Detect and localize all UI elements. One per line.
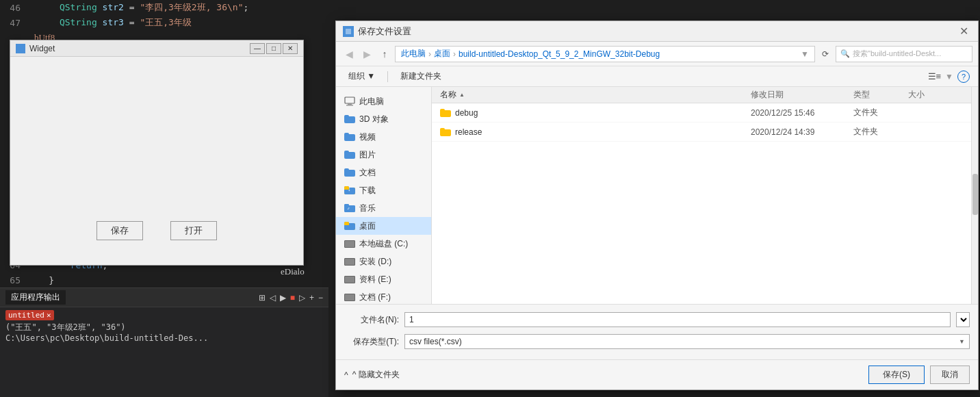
dialog-main: 此电脑 3D 对象 视频 图片 文档 ↓ <box>336 87 978 304</box>
widget-save-button[interactable]: 保存 <box>96 221 143 240</box>
widget-window: Widget — □ ✕ 保存 打开 <box>10 40 304 266</box>
search-icon: 🔍 <box>840 49 850 58</box>
dialog-cancel-button[interactable]: 取消 <box>930 366 970 384</box>
path-pc[interactable]: 此电脑 <box>401 48 426 60</box>
filename-input[interactable] <box>404 312 951 327</box>
widget-close-btn[interactable]: ✕ <box>283 43 298 54</box>
sidebar-install-d-label: 安装 (D:) <box>359 256 391 268</box>
dialog-footer: ^ ^ 隐藏文件夹 保存(S) 取消 <box>336 359 978 389</box>
drive-e-icon <box>344 276 355 283</box>
col-type-header[interactable]: 类型 <box>853 89 908 101</box>
widget-body: 保存 打开 <box>10 57 303 254</box>
sidebar-item-doc-f[interactable]: 文档 (F:) <box>336 288 431 304</box>
app-output-tab[interactable]: 应用程序输出 <box>5 290 66 305</box>
sidebar-music-label: 音乐 <box>359 203 376 214</box>
toolbar-row: 组织 ▼ 新建文件夹 ☰≡ ▼ ? <box>336 66 978 87</box>
code-line-65: 65 } <box>0 272 328 287</box>
filename-dropdown[interactable] <box>956 312 970 327</box>
sidebar-item-picture[interactable]: 图片 <box>336 146 431 164</box>
widget-open-button[interactable]: 打开 <box>170 221 217 240</box>
panel-icon-5[interactable]: ▷ <box>299 293 305 303</box>
path-folder[interactable]: build-untitled-Desktop_Qt_5_9_2_MinGW_32… <box>459 49 660 59</box>
sidebar-item-3d[interactable]: 3D 对象 <box>336 110 431 128</box>
search-placeholder: 搜索"build-untitled-Deskt... <box>853 49 941 59</box>
folder-desktop-icon <box>344 222 355 230</box>
scrollbar-thumb[interactable] <box>972 174 978 215</box>
sidebar: 此电脑 3D 对象 视频 图片 文档 ↓ <box>336 87 432 304</box>
sidebar-item-install-d[interactable]: 安装 (D:) <box>336 253 431 270</box>
toolbar-separator <box>387 71 388 82</box>
panel-icon-4[interactable]: ■ <box>290 293 295 303</box>
panel-icon-7[interactable]: − <box>318 293 323 303</box>
output-line1: ("王五", "3年级2班", "36") <box>5 322 323 333</box>
hide-folders-btn[interactable]: ^ ^ 隐藏文件夹 <box>344 369 400 381</box>
panel-icon-2[interactable]: ◁ <box>270 293 276 303</box>
close-badge-icon[interactable]: ✕ <box>47 311 51 320</box>
sidebar-local-c-label: 本地磁盘 (C:) <box>359 238 408 250</box>
panel-icon-1[interactable]: ⊞ <box>259 293 266 303</box>
sidebar-item-doc[interactable]: 文档 <box>336 164 431 181</box>
col-size-header[interactable]: 大小 <box>908 89 963 101</box>
folder-music-icon: ♪ <box>344 204 355 212</box>
panel-icon-6[interactable]: + <box>309 293 314 303</box>
panel-icon-3[interactable]: ▶ <box>280 293 286 303</box>
nav-back-btn[interactable]: ◀ <box>341 47 357 62</box>
dialog-app-icon <box>343 26 354 37</box>
nav-refresh-btn[interactable]: ⟳ <box>818 47 833 62</box>
sidebar-download-label: 下载 <box>359 185 376 196</box>
col-date-header[interactable]: 修改日期 <box>751 89 853 101</box>
filetype-row: 保存类型(T): csv files(*.csv) ▼ <box>344 332 970 351</box>
file-name-release: release <box>440 127 751 137</box>
sidebar-item-data-e[interactable]: 资料 (E:) <box>336 270 431 288</box>
svg-rect-4 <box>346 105 353 106</box>
sort-arrow: ▲ <box>459 92 465 98</box>
sidebar-item-pc[interactable]: 此电脑 <box>336 92 431 110</box>
sidebar-item-music[interactable]: ♪ 音乐 <box>336 199 431 217</box>
filetype-arrow-icon: ▼ <box>959 338 965 345</box>
folder-3d-icon <box>344 115 355 123</box>
sidebar-data-e-label: 资料 (E:) <box>359 274 391 285</box>
file-row-release[interactable]: release 2020/12/24 14:39 文件夹 <box>432 123 971 142</box>
sidebar-3d-label: 3D 对象 <box>359 114 389 125</box>
bottom-panel: 应用程序输出 ⊞ ◁ ▶ ■ ▷ + − untitled ✕ ("王五", "… <box>0 287 328 397</box>
dialog-close-btn[interactable]: ✕ <box>957 25 971 38</box>
widget-maximize-btn[interactable]: □ <box>266 43 281 54</box>
sidebar-doc-label: 文档 <box>359 167 376 179</box>
nav-up-btn[interactable]: ↑ <box>377 47 392 62</box>
view-toggle-btn[interactable]: ☰≡ <box>928 71 942 81</box>
widget-minimize-btn[interactable]: — <box>250 43 265 54</box>
nav-bar: ◀ ▶ ↑ 此电脑 › 桌面 › build-untitled-Desktop_… <box>336 42 978 66</box>
file-row-debug[interactable]: debug 2020/12/25 15:46 文件夹 <box>432 103 971 123</box>
panel-content: untitled ✕ ("王五", "3年级2班", "36") C:\User… <box>0 307 328 346</box>
help-btn[interactable]: ? <box>957 71 970 83</box>
filename-row: 文件名(N): <box>344 310 970 329</box>
pc-icon <box>344 97 355 106</box>
new-folder-btn[interactable]: 新建文件夹 <box>396 69 446 84</box>
untitled-badge: untitled ✕ <box>5 310 54 320</box>
widget-title: Widget <box>29 44 248 53</box>
file-scrollbar[interactable] <box>971 87 978 304</box>
widget-titlebar: Widget — □ ✕ <box>10 40 303 57</box>
sidebar-item-download[interactable]: ↓ 下载 <box>336 181 431 199</box>
col-name-header[interactable]: 名称 ▲ <box>440 89 751 101</box>
path-desktop[interactable]: 桌面 <box>434 48 450 60</box>
file-area: 名称 ▲ 修改日期 类型 大小 debug 2020 <box>432 87 971 304</box>
sidebar-pc-label: 此电脑 <box>359 96 384 107</box>
organize-btn[interactable]: 组织 ▼ <box>344 69 379 84</box>
sidebar-item-desktop[interactable]: 桌面 <box>336 217 431 235</box>
sidebar-item-video[interactable]: 视频 <box>336 128 431 146</box>
nav-forward-btn[interactable]: ▶ <box>359 47 374 62</box>
folder-debug-icon <box>440 109 451 117</box>
svg-rect-2 <box>345 97 354 103</box>
search-box[interactable]: 🔍 搜索"build-untitled-Deskt... <box>836 46 972 62</box>
widget-buttons-row: 保存 打开 <box>96 139 217 240</box>
drive-f-icon <box>344 294 355 301</box>
file-save-dialog: 保存文件设置 ✕ ◀ ▶ ↑ 此电脑 › 桌面 › build-untitled… <box>335 21 979 390</box>
toolbar-right: ☰≡ ▼ ? <box>928 71 970 83</box>
filetype-select[interactable]: csv files(*.csv) ▼ <box>404 334 970 349</box>
sidebar-item-local-c[interactable]: 本地磁盘 (C:) <box>336 235 431 253</box>
dialog-save-button[interactable]: 保存(S) <box>868 366 925 384</box>
code-line-47: 47 QString str3 = "王五,3年级 <box>0 15 328 30</box>
folder-doc-icon <box>344 168 355 177</box>
sidebar-video-label: 视频 <box>359 131 376 143</box>
